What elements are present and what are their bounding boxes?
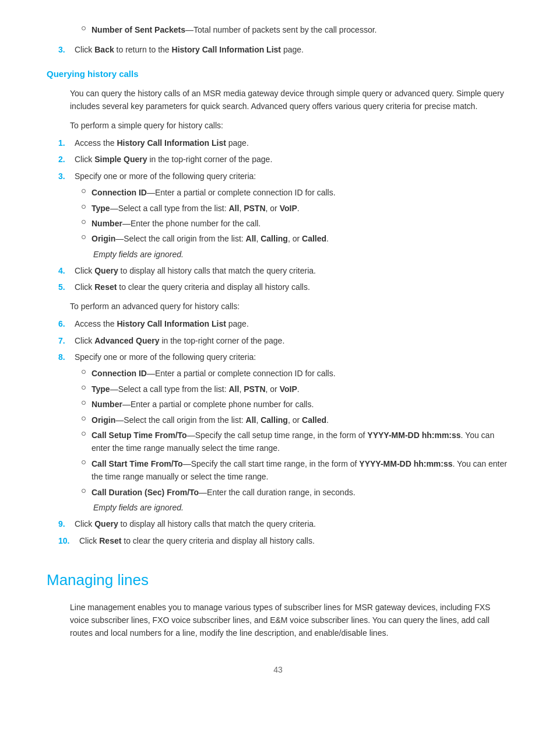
step-num-5: 5.	[58, 281, 75, 293]
reset-label-2: Reset	[99, 536, 121, 545]
adv-all-label-2: All	[246, 415, 256, 425]
query-label-1: Query	[94, 266, 118, 275]
advanced-step-9: 9. Click Query to display all history ca…	[58, 517, 509, 530]
simple-step-4: 4. Click Query to display all history ca…	[58, 264, 509, 277]
page-number: 43	[47, 663, 509, 676]
step-num-3b: 3.	[58, 170, 75, 183]
all-label: All	[229, 204, 240, 213]
simple-steps-list: 1. Access the History Call Information L…	[47, 136, 509, 183]
top-bullet-list: Number of Sent Packets—Total number of p…	[47, 23, 509, 36]
managing-heading: Managing lines	[47, 568, 509, 593]
adv-origin-label: Origin	[92, 415, 115, 425]
step-num-4: 4.	[58, 264, 75, 277]
advanced-steps-after-list: 9. Click Query to display all history ca…	[47, 517, 509, 547]
back-label: Back	[94, 45, 114, 54]
bullet-icon	[82, 386, 86, 390]
adv-criteria-number: Number—Enter a partial or complete phone…	[82, 398, 509, 411]
adv-start-time-label: Call Start Time From/To	[92, 459, 183, 468]
sent-packets-label: Number of Sent Packets	[92, 25, 185, 34]
pstn-label: PSTN	[244, 204, 265, 213]
top-numbered-list: 3. Click Back to return to the History C…	[47, 43, 509, 56]
connection-id-label: Connection ID	[92, 188, 147, 197]
all-label-2: All	[246, 234, 256, 243]
bullet-icon	[82, 220, 86, 224]
step-num-9: 9.	[58, 517, 75, 530]
adv-criteria-setup-time: Call Setup Time From/To—Specify the call…	[82, 429, 509, 455]
top-step-3: 3. Click Back to return to the History C…	[58, 43, 509, 56]
adv-pstn-label: PSTN	[244, 384, 265, 394]
empty-fields-1: Empty fields are ignored.	[93, 248, 509, 261]
origin-label: Origin	[92, 234, 115, 243]
step-num-3: 3.	[58, 43, 75, 56]
history-call-list-2: History Call Information List	[117, 319, 226, 328]
bullet-icon	[82, 26, 86, 30]
advanced-step-10: 10. Click Reset to clear the query crite…	[58, 534, 509, 547]
step-num-6: 6.	[58, 317, 75, 330]
bullet-icon	[82, 235, 86, 239]
simple-step-1: 1. Access the History Call Information L…	[58, 136, 509, 149]
advanced-criteria-list: Connection ID—Enter a partial or complet…	[47, 367, 509, 499]
top-bullet-item-sent-packets: Number of Sent Packets—Total number of p…	[82, 23, 509, 36]
adv-criteria-duration: Call Duration (Sec) From/To—Enter the ca…	[82, 486, 509, 499]
adv-criteria-type: Type—Select a call type from the list: A…	[82, 383, 509, 396]
adv-number-label: Number	[92, 400, 122, 409]
simple-query-label: Simple Query	[94, 155, 147, 164]
step-num-7: 7.	[58, 334, 75, 347]
advanced-step-7: 7. Click Advanced Query in the top-right…	[58, 334, 509, 347]
adv-setup-time-label: Call Setup Time From/To	[92, 430, 187, 440]
advanced-step-8: 8. Specify one or more of the following …	[58, 351, 509, 363]
to-advanced-text: To perform an advanced query for history…	[70, 300, 509, 313]
criteria-origin: Origin—Select the call origin from the l…	[82, 232, 509, 245]
bullet-icon	[82, 189, 86, 193]
adv-start-time-format: YYYY-MM-DD hh:mm:ss	[359, 459, 452, 468]
empty-fields-2: Empty fields are ignored.	[93, 501, 509, 514]
adv-criteria-origin: Origin—Select the call origin from the l…	[82, 414, 509, 426]
querying-intro: You can query the history calls of an MS…	[70, 87, 509, 113]
criteria-connection-id: Connection ID—Enter a partial or complet…	[82, 186, 509, 199]
bullet-icon	[82, 460, 86, 464]
bullet-icon	[82, 416, 86, 421]
voip-label: VoIP	[280, 204, 297, 213]
adv-voip-label: VoIP	[280, 384, 297, 394]
managing-intro: Line management enables you to manage va…	[70, 601, 509, 640]
history-call-list-label: History Call Information List	[172, 45, 281, 54]
managing-section: Managing lines Line management enables y…	[47, 568, 509, 640]
to-simple-text: To perform a simple query for history ca…	[70, 119, 509, 132]
advanced-steps-list: 6. Access the History Call Information L…	[47, 317, 509, 363]
reset-label-1: Reset	[94, 282, 117, 292]
step-num-10: 10.	[58, 534, 79, 547]
query-label-2: Query	[94, 519, 118, 528]
simple-step-5: 5. Click Reset to clear the query criter…	[58, 281, 509, 293]
criteria-number: Number—Enter the phone number for the ca…	[82, 217, 509, 230]
called-label: Called	[302, 234, 326, 243]
bullet-icon	[82, 432, 86, 436]
advanced-query-label: Advanced Query	[94, 336, 159, 345]
step-num-8: 8.	[58, 351, 75, 363]
querying-heading: Querying history calls	[47, 67, 509, 81]
criteria-type: Type—Select a call type from the list: A…	[82, 202, 509, 215]
simple-criteria-list: Connection ID—Enter a partial or complet…	[47, 186, 509, 246]
step-num-1: 1.	[58, 136, 75, 149]
adv-criteria-connection-id: Connection ID—Enter a partial or complet…	[82, 367, 509, 380]
type-label: Type	[92, 204, 110, 213]
history-call-list-1: History Call Information List	[117, 138, 226, 148]
adv-criteria-start-time: Call Start Time From/To—Specify the call…	[82, 457, 509, 484]
bullet-icon	[82, 205, 86, 209]
adv-type-label: Type	[92, 384, 110, 394]
number-label: Number	[92, 219, 122, 228]
calling-label: Calling	[261, 234, 288, 243]
adv-called-label: Called	[302, 415, 326, 425]
bullet-icon	[82, 489, 86, 493]
querying-section: Querying history calls You can query the…	[47, 67, 509, 547]
step-num-2: 2.	[58, 153, 75, 166]
simple-step-2: 2. Click Simple Query in the top-right c…	[58, 153, 509, 166]
simple-step-3: 3. Specify one or more of the following …	[58, 170, 509, 183]
bullet-icon	[82, 370, 86, 374]
simple-steps-after-list: 4. Click Query to display all history ca…	[47, 264, 509, 294]
advanced-step-6: 6. Access the History Call Information L…	[58, 317, 509, 330]
bullet-icon	[82, 401, 86, 405]
adv-setup-time-format: YYYY-MM-DD hh:mm:ss	[367, 430, 460, 440]
adv-connection-id-label: Connection ID	[92, 369, 147, 378]
adv-duration-label: Call Duration (Sec) From/To	[92, 488, 199, 497]
adv-calling-label: Calling	[261, 415, 288, 425]
